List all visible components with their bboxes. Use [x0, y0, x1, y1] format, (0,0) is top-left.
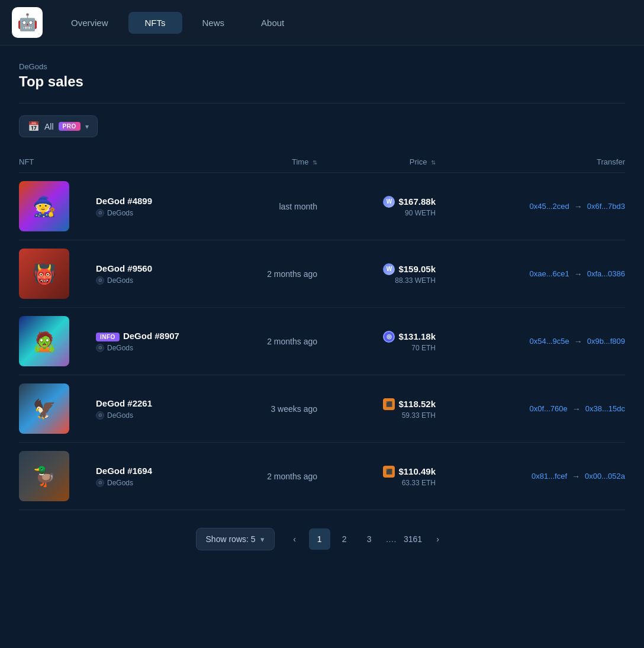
arrow-icon: → — [574, 269, 582, 279]
price-eth: 59.33 ETH — [402, 411, 436, 420]
table-row: 👹 DeGod #9560 ⊙ DeGods 2 months ago W $1… — [19, 240, 625, 308]
nft-info: DeGod #4899 ⊙ DeGods — [96, 196, 211, 217]
nft-time: 2 months ago — [211, 337, 317, 346]
addr-from[interactable]: 0xae...6ce1 — [529, 269, 569, 278]
nft-cell: 👹 — [19, 249, 96, 299]
nft-transfer: 0x45...2ced → 0x6f...7bd3 — [436, 202, 625, 211]
nft-thumbnail: 🦆 — [19, 451, 69, 501]
collection-icon: ⊙ — [96, 276, 104, 285]
addr-from[interactable]: 0x45...2ced — [529, 202, 569, 211]
nft-cell: 🧟 — [19, 316, 96, 366]
nft-thumbnail: 👹 — [19, 249, 69, 299]
price-usd: $110.49k — [398, 466, 436, 476]
nft-price: W $159.05k 88.33 WETH — [317, 263, 436, 285]
price-eth: 88.33 WETH — [395, 276, 436, 285]
rows-chevron-icon: ▾ — [260, 535, 265, 544]
nft-cell: 🧙 — [19, 181, 96, 231]
nft-name[interactable]: INFODeGod #8907 — [96, 331, 211, 341]
addr-from[interactable]: 0x54...9c5e — [529, 337, 569, 346]
th-nft: NFT — [19, 157, 96, 166]
nft-name[interactable]: DeGod #2261 — [96, 398, 211, 408]
tab-nfts[interactable]: NFTs — [128, 12, 182, 34]
weth-icon: W — [383, 263, 395, 275]
nft-time: 3 weeks ago — [211, 404, 317, 414]
addr-to[interactable]: 0x38...15dc — [585, 404, 625, 413]
addr-to[interactable]: 0xfa...0386 — [587, 269, 625, 278]
nft-collection: ⊙ DeGods — [96, 276, 211, 285]
nft-thumbnail: 🧟 — [19, 316, 69, 366]
th-transfer: Transfer — [436, 157, 625, 166]
tab-news[interactable]: News — [186, 12, 242, 34]
prev-page-button[interactable]: ‹ — [284, 528, 305, 550]
table-row: 🧟 INFODeGod #8907 ⊙ DeGods 2 months ago … — [19, 308, 625, 375]
page-3-button[interactable]: 3 — [359, 528, 380, 550]
market-icon: ⬛ — [383, 466, 395, 478]
tab-overview[interactable]: Overview — [54, 12, 125, 34]
nft-collection: ⊙ DeGods — [96, 411, 211, 420]
arrow-icon: → — [572, 404, 581, 414]
nft-name[interactable]: DeGod #4899 — [96, 196, 211, 206]
page-1-button[interactable]: 1 — [309, 528, 330, 550]
nav-bar: 🤖 Overview NFTs News About — [0, 0, 644, 46]
nft-thumbnail: 🧙 — [19, 181, 69, 231]
addr-to[interactable]: 0x6f...7bd3 — [587, 202, 625, 211]
logo-icon: 🤖 — [17, 14, 38, 31]
next-page-button[interactable]: › — [427, 528, 448, 550]
addr-from[interactable]: 0x81...fcef — [532, 472, 567, 481]
main-content: DeGods Top sales 📅 All PRO ▾ NFT Time ⇅ … — [0, 46, 644, 562]
collection-icon: ⊙ — [96, 479, 104, 487]
collection-icon: ⊙ — [96, 411, 104, 420]
nft-price: ⬛ $110.49k 63.33 ETH — [317, 466, 436, 487]
nft-info: DeGod #1694 ⊙ DeGods — [96, 466, 211, 487]
market-icon: ⬛ — [383, 398, 395, 410]
nft-collection: ⊙ DeGods — [96, 344, 211, 352]
th-price[interactable]: Price ⇅ — [317, 157, 436, 166]
nft-price: ◎ $131.18k 70 ETH — [317, 331, 436, 352]
nft-transfer: 0x54...9c5e → 0x9b...f809 — [436, 337, 625, 346]
rows-select-button[interactable]: Show rows: 5 ▾ — [196, 528, 275, 550]
nft-cell: 🦅 — [19, 383, 96, 434]
addr-from[interactable]: 0x0f...760e — [529, 404, 567, 413]
rows-label: Show rows: 5 — [206, 534, 256, 544]
collection-icon: ⊙ — [96, 209, 104, 217]
table-header: NFT Time ⇅ Price ⇅ Transfer — [19, 151, 625, 173]
table-row: 🧙 DeGod #4899 ⊙ DeGods last month W $167… — [19, 173, 625, 240]
sort-time-icon: ⇅ — [313, 159, 317, 166]
sort-price-icon: ⇅ — [431, 159, 436, 166]
nft-transfer: 0x81...fcef → 0x00...052a — [436, 472, 625, 481]
nft-cell: 🦆 — [19, 451, 96, 501]
price-usd: $167.88k — [398, 196, 436, 207]
divider — [19, 103, 625, 104]
price-usd: $131.18k — [398, 331, 436, 341]
page-last-button[interactable]: 3161 — [402, 528, 423, 550]
filter-all-button[interactable]: 📅 All PRO ▾ — [19, 115, 98, 137]
calendar-icon: 📅 — [28, 121, 40, 132]
arrow-icon: → — [574, 337, 582, 346]
page-title: Top sales — [19, 73, 625, 90]
nft-collection: ⊙ DeGods — [96, 209, 211, 217]
table: NFT Time ⇅ Price ⇅ Transfer 🧙 DeGod #489… — [19, 151, 625, 510]
collection-name: DeGods — [19, 62, 625, 71]
logo: 🤖 — [12, 7, 43, 38]
chevron-down-icon: ▾ — [85, 122, 89, 131]
nft-name[interactable]: DeGod #9560 — [96, 263, 211, 273]
price-usd: $118.52k — [398, 399, 436, 409]
tab-about[interactable]: About — [244, 12, 301, 34]
price-eth: 90 WETH — [405, 209, 436, 217]
filter-label: All — [44, 122, 54, 131]
page-nav: ‹ 1 2 3 …. 3161 › — [284, 528, 449, 550]
weth-icon: W — [383, 196, 395, 208]
addr-to[interactable]: 0x9b...f809 — [587, 337, 625, 346]
nft-info: DeGod #2261 ⊙ DeGods — [96, 398, 211, 420]
th-time[interactable]: Time ⇅ — [211, 157, 317, 166]
price-usd: $159.05k — [398, 264, 436, 274]
eth-icon: ◎ — [383, 331, 395, 343]
table-row: 🦅 DeGod #2261 ⊙ DeGods 3 weeks ago ⬛ $11… — [19, 375, 625, 443]
nft-info: INFODeGod #8907 ⊙ DeGods — [96, 331, 211, 352]
page-dots: …. — [384, 534, 399, 544]
nft-info: DeGod #9560 ⊙ DeGods — [96, 263, 211, 285]
addr-to[interactable]: 0x00...052a — [585, 472, 625, 481]
page-2-button[interactable]: 2 — [334, 528, 355, 550]
price-eth: 70 ETH — [411, 344, 436, 352]
nft-name[interactable]: DeGod #1694 — [96, 466, 211, 476]
